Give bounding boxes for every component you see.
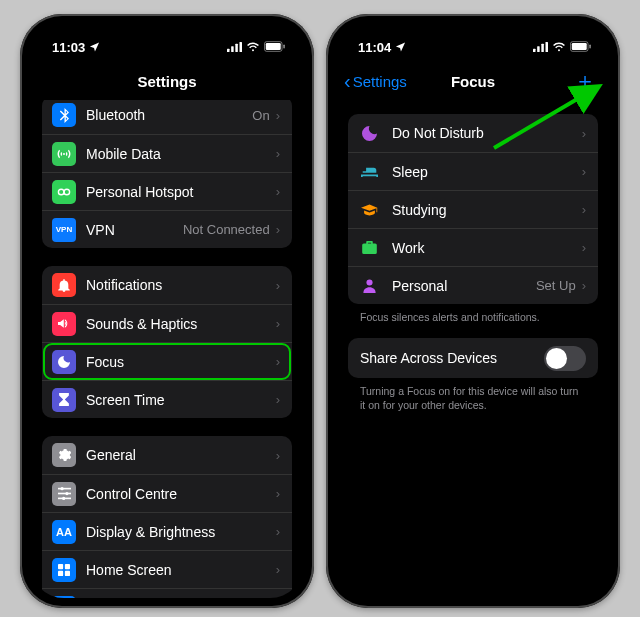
row-label: Mobile Data bbox=[86, 146, 276, 162]
toggle-share[interactable] bbox=[544, 346, 586, 371]
moon-icon bbox=[52, 350, 76, 374]
back-button[interactable]: ‹ Settings bbox=[344, 71, 407, 91]
accessibility-icon bbox=[52, 596, 76, 599]
row-share-across-devices[interactable]: Share Across Devices bbox=[348, 338, 598, 378]
svg-rect-11 bbox=[58, 493, 71, 495]
row-label: Bluetooth bbox=[86, 107, 252, 123]
svg-point-8 bbox=[64, 189, 70, 195]
group-notifications: Notifications › Sounds & Haptics › Focus… bbox=[42, 266, 292, 418]
row-studying[interactable]: Studying › bbox=[348, 190, 598, 228]
row-personal[interactable]: Personal Set Up › bbox=[348, 266, 598, 304]
svg-rect-17 bbox=[58, 570, 63, 575]
signal-icon bbox=[227, 40, 242, 55]
row-vpn[interactable]: VPN VPN Not Connected › bbox=[42, 210, 292, 248]
chevron-right-icon: › bbox=[276, 108, 280, 123]
group-connectivity: Bluetooth On › Mobile Data › Personal Ho… bbox=[42, 100, 292, 248]
vpn-icon: VPN bbox=[52, 218, 76, 242]
group-focus-modes: Do Not Disturb › Sleep › Studying › bbox=[348, 114, 598, 304]
battery-icon bbox=[264, 40, 286, 55]
row-general[interactable]: General › bbox=[42, 436, 292, 474]
row-sleep[interactable]: Sleep › bbox=[348, 152, 598, 190]
speaker-icon bbox=[52, 312, 76, 336]
page-title: Focus bbox=[451, 73, 495, 90]
row-mobile-data[interactable]: Mobile Data › bbox=[42, 134, 292, 172]
row-label: Personal Hotspot bbox=[86, 184, 276, 200]
chevron-right-icon: › bbox=[276, 562, 280, 577]
hourglass-icon bbox=[52, 388, 76, 412]
wifi-icon bbox=[246, 40, 260, 55]
row-label: Notifications bbox=[86, 277, 276, 293]
back-label: Settings bbox=[353, 73, 407, 90]
row-display[interactable]: AA Display & Brightness › bbox=[42, 512, 292, 550]
row-label: Focus bbox=[86, 354, 276, 370]
svg-point-10 bbox=[60, 487, 63, 490]
screen-left: 11:03 Settings bbox=[30, 24, 304, 598]
header: ‹ Settings Focus ＋ bbox=[336, 62, 610, 100]
row-label: Control Centre bbox=[86, 486, 276, 502]
svg-point-33 bbox=[366, 279, 372, 285]
group-share: Share Across Devices bbox=[348, 338, 598, 378]
gear-icon bbox=[52, 443, 76, 467]
row-label: VPN bbox=[86, 222, 183, 238]
row-value: On bbox=[252, 108, 269, 123]
footer-note-1: Focus silences alerts and notifications. bbox=[348, 310, 598, 338]
row-label: Display & Brightness bbox=[86, 524, 276, 540]
wifi-icon bbox=[552, 40, 566, 55]
row-bluetooth[interactable]: Bluetooth On › bbox=[42, 100, 292, 134]
bluetooth-icon bbox=[52, 103, 76, 127]
svg-rect-1 bbox=[231, 46, 234, 52]
antenna-icon bbox=[52, 142, 76, 166]
svg-rect-26 bbox=[533, 48, 536, 51]
row-control-centre[interactable]: Control Centre › bbox=[42, 474, 292, 512]
signal-icon bbox=[533, 40, 548, 55]
row-label: General bbox=[86, 447, 276, 463]
chevron-left-icon: ‹ bbox=[344, 71, 351, 91]
chevron-right-icon: › bbox=[276, 524, 280, 539]
svg-rect-27 bbox=[537, 46, 540, 52]
toggle-knob bbox=[546, 348, 567, 369]
focus-list[interactable]: Do Not Disturb › Sleep › Studying › bbox=[336, 100, 610, 598]
row-work[interactable]: Work › bbox=[348, 228, 598, 266]
chevron-right-icon: › bbox=[582, 202, 586, 217]
chevron-right-icon: › bbox=[582, 164, 586, 179]
svg-rect-31 bbox=[572, 42, 587, 49]
header: Settings bbox=[30, 62, 304, 100]
grid-icon bbox=[52, 558, 76, 582]
page-title: Settings bbox=[137, 73, 196, 90]
location-icon bbox=[89, 40, 100, 55]
row-accessibility[interactable]: Accessibility › bbox=[42, 588, 292, 598]
status-time: 11:04 bbox=[358, 40, 391, 55]
bed-icon bbox=[358, 166, 380, 178]
hotspot-icon bbox=[52, 180, 76, 204]
row-notifications[interactable]: Notifications › bbox=[42, 266, 292, 304]
briefcase-icon bbox=[358, 241, 380, 254]
svg-rect-0 bbox=[227, 48, 230, 51]
notch bbox=[107, 24, 227, 48]
row-dnd[interactable]: Do Not Disturb › bbox=[348, 114, 598, 152]
row-label: Sounds & Haptics bbox=[86, 316, 276, 332]
settings-list[interactable]: Bluetooth On › Mobile Data › Personal Ho… bbox=[30, 100, 304, 598]
chevron-right-icon: › bbox=[276, 146, 280, 161]
svg-rect-9 bbox=[58, 488, 71, 490]
svg-rect-15 bbox=[58, 564, 63, 569]
add-button[interactable]: ＋ bbox=[574, 66, 596, 96]
chevron-right-icon: › bbox=[582, 278, 586, 293]
chevron-right-icon: › bbox=[276, 448, 280, 463]
row-label: Studying bbox=[392, 202, 582, 218]
row-label: Personal bbox=[392, 278, 536, 294]
row-sounds[interactable]: Sounds & Haptics › bbox=[42, 304, 292, 342]
svg-point-14 bbox=[62, 497, 65, 500]
row-value: Set Up bbox=[536, 278, 576, 293]
row-home-screen[interactable]: Home Screen › bbox=[42, 550, 292, 588]
chevron-right-icon: › bbox=[276, 354, 280, 369]
svg-rect-5 bbox=[266, 42, 281, 49]
row-hotspot[interactable]: Personal Hotspot › bbox=[42, 172, 292, 210]
moon-icon bbox=[358, 126, 380, 141]
row-screen-time[interactable]: Screen Time › bbox=[42, 380, 292, 418]
chevron-right-icon: › bbox=[276, 316, 280, 331]
svg-rect-2 bbox=[235, 43, 238, 51]
row-focus[interactable]: Focus › bbox=[42, 342, 292, 380]
notch bbox=[413, 24, 533, 48]
svg-rect-6 bbox=[283, 44, 284, 48]
group-general: General › Control Centre › AA Display & … bbox=[42, 436, 292, 598]
